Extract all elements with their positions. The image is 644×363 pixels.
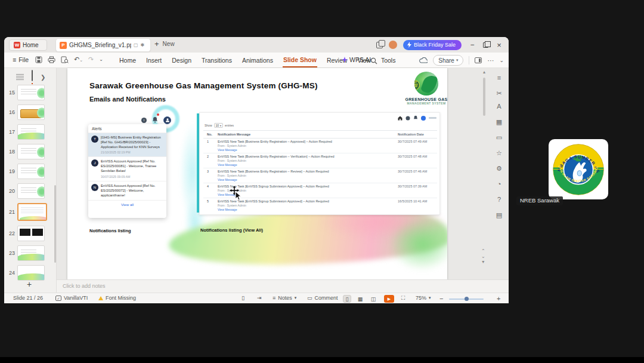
slide-thumb-row[interactable]: 19 — [4, 162, 57, 180]
redo-button[interactable]: ↷ — [88, 56, 94, 63]
task-pane-icon[interactable] — [475, 57, 482, 63]
slide-thumb-row[interactable]: 20 — [4, 182, 57, 200]
font-missing-warning[interactable]: Font Missing — [98, 295, 136, 301]
settings-icon[interactable]: ⚙ — [494, 165, 504, 173]
zoom-slider[interactable] — [449, 299, 484, 300]
home-tab[interactable]: W Home — [9, 39, 47, 51]
new-tab-button[interactable]: + New — [154, 39, 175, 48]
comment-button[interactable]: ▭ Comment — [307, 295, 338, 301]
print-preview-icon[interactable] — [61, 56, 69, 63]
text-tool-icon[interactable]: A — [494, 103, 504, 110]
outline-view-icon[interactable] — [16, 74, 24, 81]
zoom-slider-handle[interactable] — [465, 297, 469, 301]
menu-home[interactable]: Home — [119, 54, 137, 67]
view-message-link: View Message — [218, 148, 394, 152]
favorites-icon[interactable]: ☆ — [494, 149, 504, 157]
divider — [469, 56, 469, 64]
close-button[interactable]: × — [494, 41, 504, 50]
panel-scrollbar[interactable] — [54, 185, 56, 263]
alert-time: 30/07/2025 09:09 AM — [101, 175, 163, 179]
slide-thumb-row[interactable]: 22 — [4, 224, 57, 242]
add-slide-button[interactable]: + — [27, 279, 32, 289]
slide-sorter-button[interactable]: ▦ — [356, 295, 364, 303]
reading-view-button[interactable]: ◫ — [369, 295, 377, 303]
notes-toggle[interactable]: ≡ Notes ▾ — [273, 295, 296, 301]
file-menu-button[interactable]: ≡ File — [13, 56, 29, 63]
username-text — [429, 117, 436, 119]
cut-icon[interactable]: ✂ — [494, 90, 504, 97]
next-slide-icon[interactable]: ⌄ — [481, 254, 485, 259]
menu-insert[interactable]: Insert — [145, 54, 162, 67]
jump-pane-icon[interactable]: ⇥ — [257, 295, 262, 301]
slide-thumb-row[interactable]: 16 — [4, 103, 57, 121]
slide-canvas[interactable]: Sarawak Greenhouse Gas Management System… — [67, 68, 447, 279]
table-row: 3 EnVISS New Task [Business Entity Regis… — [203, 168, 437, 183]
slideshow-play-button[interactable]: ▶ — [384, 295, 394, 303]
window-switcher-icon[interactable] — [376, 42, 383, 48]
slide-thumb-row[interactable]: 18 — [4, 143, 57, 161]
menu-slide-show[interactable]: Slide Show — [283, 53, 317, 67]
resources-icon[interactable]: ▤ — [494, 211, 504, 219]
menu-animations[interactable]: Animations — [242, 54, 274, 67]
menu-tools[interactable]: Tools — [380, 54, 397, 67]
slide-pane-icon[interactable]: ▯ — [242, 295, 244, 301]
wps-ai-button[interactable]: WPS AI — [342, 56, 371, 63]
properties-icon[interactable]: ≡ — [494, 74, 504, 81]
slide-thumbnail[interactable] — [17, 226, 45, 241]
normal-view-button[interactable]: ▯ — [343, 295, 351, 303]
slide-thumbnail[interactable] — [17, 265, 45, 281]
view-message-link: View Message — [218, 178, 394, 182]
scroll-down-icon[interactable]: ▾ — [482, 259, 484, 264]
slide-thumbnail[interactable] — [17, 245, 45, 261]
scrollbar-thumb[interactable] — [483, 78, 485, 116]
slide-thumbnail[interactable] — [17, 124, 45, 140]
scroll-up-icon[interactable]: ▴ — [483, 69, 485, 75]
minimize-button[interactable]: − — [467, 41, 477, 49]
more-options-icon[interactable]: ⋯ — [487, 57, 494, 64]
table-header: No. Notification Message Notification Da… — [203, 130, 437, 139]
search-button[interactable] — [370, 56, 377, 67]
slide-thumbnail[interactable] — [17, 104, 45, 120]
restore-button[interactable] — [483, 42, 488, 48]
slide-number: 22 — [4, 230, 17, 236]
cloud-sync-icon[interactable] — [419, 57, 428, 64]
collapse-panel-icon[interactable]: ❯ — [41, 74, 45, 81]
zoom-out-button[interactable]: − — [439, 295, 443, 302]
slide-thumb-row[interactable]: 23 — [4, 244, 57, 262]
comment-pane-icon[interactable]: ▭ — [494, 134, 504, 141]
layout-icon[interactable]: ▦ — [494, 118, 504, 126]
account-avatar[interactable] — [389, 41, 397, 49]
spellcheck-status[interactable]: ✓ VanillaVTI — [55, 295, 88, 301]
zoom-level[interactable]: 75% ▾ — [416, 295, 431, 301]
ghg-ms-logo: NET ZERO 2050 GREENHOUSE GAS MANAGEMENT … — [399, 72, 447, 105]
slide-thumbnail-selected[interactable] — [17, 203, 47, 221]
save-icon[interactable] — [35, 56, 42, 63]
collapse-ribbon-icon[interactable]: ⌄ — [499, 57, 504, 63]
fit-screen-button[interactable]: ⛶ — [401, 295, 405, 302]
slide-thumbnail[interactable] — [17, 144, 45, 159]
slide-thumbnail[interactable] — [17, 85, 45, 100]
zoom-in-button[interactable]: + — [497, 295, 500, 302]
promo-button[interactable]: Black Friday Sale — [403, 40, 462, 50]
help-icon[interactable]: ? — [494, 196, 504, 203]
history-icon[interactable]: ◔ — [494, 180, 504, 187]
slide-thumbnail[interactable] — [17, 164, 45, 179]
slide-thumb-row[interactable]: 17 — [4, 123, 57, 141]
menu-design[interactable]: Design — [171, 54, 192, 67]
editing-scrollbar[interactable]: ▴ ⌃ ⌄ ▾ — [481, 69, 487, 278]
undo-button[interactable]: ↶⌄ — [74, 56, 83, 63]
previous-slide-icon[interactable]: ⌃ — [481, 248, 485, 254]
slide-thumbnail[interactable] — [17, 183, 45, 199]
toolbar-more-icon[interactable]: ⌄ — [99, 57, 103, 62]
participant-video-tile[interactable]: LEMBAGA SUMBER ASLI DAN ALAM SEKITAR SAR… — [549, 139, 608, 199]
spellcheck-icon: ✓ — [55, 296, 61, 301]
share-button[interactable]: Share ▾ — [433, 55, 463, 66]
notes-bar[interactable]: Click to add notes — [57, 279, 509, 293]
slide-thumb-row[interactable]: 15 — [4, 84, 57, 101]
show-label: Show — [205, 124, 212, 127]
print-icon[interactable] — [48, 56, 55, 63]
slide-thumb-row-selected[interactable]: 21 — [4, 202, 57, 222]
slide-view-icon[interactable] — [32, 70, 33, 84]
menu-transitions[interactable]: Transitions — [201, 54, 233, 67]
document-tab[interactable]: P GHGMS_Briefing_v1.pptx ▢ ✱ — [55, 38, 151, 52]
